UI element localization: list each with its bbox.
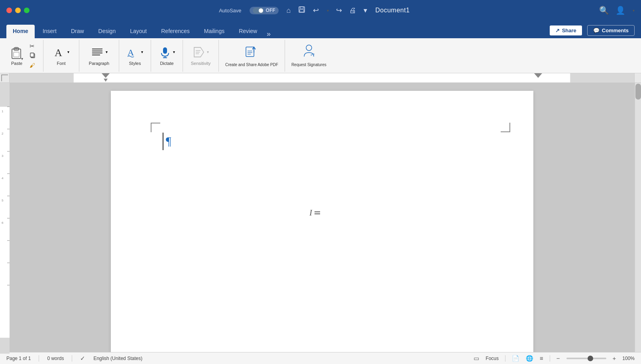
share-button[interactable]: ↗ Share [549,25,582,36]
tab-draw[interactable]: Draw [65,25,90,38]
web-layout-icon[interactable]: 🌐 [526,355,533,362]
paragraph-dropdown-arrow[interactable]: ▾ [106,50,108,54]
tab-mailings[interactable]: Mailings [198,25,231,38]
cut-icon[interactable]: ✂ [29,42,37,51]
tab-home[interactable]: Home [6,25,35,38]
margin-marker-tr [501,123,510,132]
pilcrow-symbol: ¶ [166,134,171,148]
dictate-icon [159,46,171,59]
font-label: Font [57,61,65,66]
title-bar-right: 🔍 👤 ▾ [599,6,635,15]
styles-button[interactable]: A ▾ [127,46,143,59]
proofing-icon[interactable]: ✓ [80,355,85,362]
ruler-horizontal [10,73,635,82]
title-bar-center: AutoSave OFF ⌂ ↩ ▾ ↪ 🖨 [34,6,594,16]
copy-icon[interactable] [29,51,37,61]
save-icon[interactable] [298,6,306,16]
adobe-button[interactable] [244,44,260,60]
format-painter-icon[interactable]: 🖌 [29,61,37,69]
autosave-label: AutoSave [219,8,241,14]
svg-text:3: 3 [2,154,4,158]
paragraph-icon [90,46,104,59]
request-signatures-group: x m Request Signatures [285,40,333,72]
ruler-vertical: 1 2 3 4 5 6 [0,83,10,352]
account-dropdown-icon[interactable]: ▾ [633,8,635,13]
tab-review[interactable]: Review [232,25,263,38]
vertical-scrollbar[interactable] [635,83,641,352]
title-bar: AutoSave OFF ⌂ ↩ ▾ ↪ 🖨 [0,0,641,21]
sensitivity-button[interactable]: ▾ [193,46,209,59]
svg-text:▾: ▾ [21,57,23,60]
styles-label: Styles [129,61,141,66]
request-signatures-button[interactable]: x m [301,44,317,60]
close-button[interactable] [6,8,12,13]
status-bar: Page 1 of 1 0 words ✓ English (United St… [0,352,641,364]
svg-rect-6 [14,52,19,57]
minimize-button[interactable] [15,8,21,13]
zoom-out-icon[interactable]: − [556,355,560,362]
redo-icon[interactable]: ↪ [336,6,342,15]
svg-rect-33 [570,73,634,82]
print-icon[interactable]: 🖨 [349,6,356,15]
zoom-thumb[interactable] [588,356,593,361]
more-tabs-button[interactable]: » [265,30,272,38]
dictate-dropdown-arrow[interactable]: ▾ [173,50,175,54]
focus-label[interactable]: Focus [486,356,499,361]
ruler-svg [10,73,634,82]
request-signatures-label: Request Signatures [291,62,326,67]
account-icon[interactable]: 👤 [615,6,625,15]
comments-button[interactable]: 💬 Comments [587,25,635,36]
toggle-pill [253,8,264,14]
svg-rect-2 [300,10,304,12]
paragraph-button[interactable]: ▾ [90,46,108,59]
status-bar-right: ▭ Focus 📄 🌐 ≡ − + 100% [474,355,635,362]
tab-insert[interactable]: Insert [36,25,63,38]
ribbon-nav-right: ↗ Share 💬 Comments [549,25,635,38]
svg-text:5: 5 [2,199,4,202]
comments-icon: 💬 [593,27,600,33]
share-icon: ↗ [555,27,560,33]
ribbon-toolbar: ▾ Paste ✂ 🖌 A ▾ Font [0,38,641,73]
font-dropdown-arrow[interactable]: ▾ [67,50,69,54]
paste-label: Paste [11,61,22,66]
ruler-area [0,73,641,83]
undo-icon[interactable]: ↩ [313,6,319,15]
customize-icon[interactable]: ▾ [364,6,367,15]
tab-design[interactable]: Design [92,25,122,38]
autosave-toggle[interactable]: OFF [250,7,279,14]
outline-icon[interactable]: ≡ [540,355,543,362]
ruler-corner-icon[interactable] [0,73,10,83]
request-signatures-icon: x m [301,44,317,58]
zoom-in-icon[interactable]: + [613,355,616,362]
print-layout-icon[interactable]: 📄 [512,355,519,362]
status-divider-3 [505,355,505,362]
svg-text:2: 2 [2,132,4,135]
sensitivity-label: Sensitivity [191,61,211,66]
document-page[interactable]: ¶ I [111,91,533,352]
paste-button[interactable]: ▾ Paste [6,43,27,68]
undo-dropdown-icon[interactable]: ▾ [327,8,329,13]
search-icon[interactable]: 🔍 [599,6,609,15]
sensitivity-dropdown-arrow[interactable]: ▾ [207,50,209,54]
focus-mode-icon[interactable]: ▭ [474,355,479,362]
font-button[interactable]: A ▾ [53,46,69,59]
dictate-button[interactable]: ▾ [159,46,175,59]
adobe-label: Create and Share Adobe PDF [225,62,278,67]
styles-icon: A [127,46,140,59]
maximize-button[interactable] [24,8,29,13]
zoom-slider[interactable] [566,358,606,359]
tab-references[interactable]: References [155,25,196,38]
page-count: Page 1 of 1 [6,356,31,361]
home-icon[interactable]: ⌂ [287,6,291,15]
document-title: Document1 [375,7,409,14]
status-divider-1 [39,355,39,362]
language-label[interactable]: English (United States) [93,356,142,361]
adobe-group: Create and Share Adobe PDF [219,40,285,72]
zoom-percent[interactable]: 100% [622,356,635,361]
paste-icon: ▾ [10,46,24,60]
styles-dropdown-arrow[interactable]: ▾ [141,50,143,54]
tab-layout[interactable]: Layout [124,25,153,38]
scrollbar-thumb[interactable] [635,84,641,100]
svg-rect-5 [15,47,18,49]
document-scroll[interactable]: ¶ I [10,83,635,352]
